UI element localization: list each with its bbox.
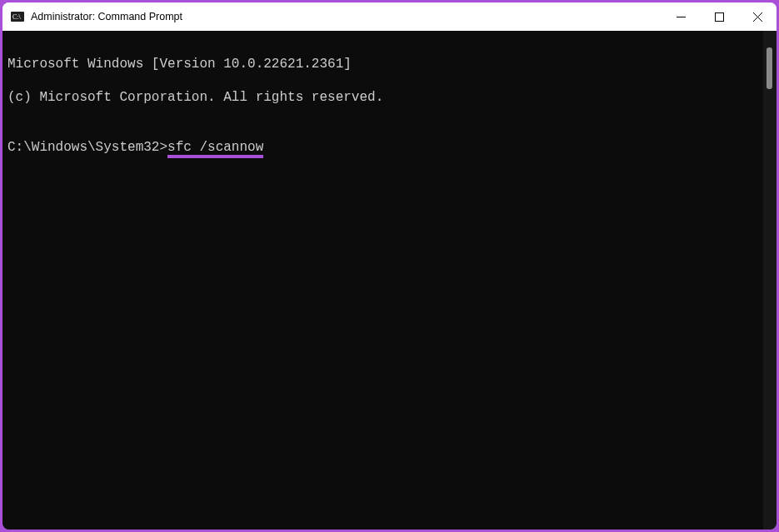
titlebar[interactable]: C:\ Administrator: Command Prompt — [2, 2, 777, 31]
console-prompt-line: C:\Windows\System32>sfc /scannow — [7, 139, 763, 156]
window-title: Administrator: Command Prompt — [31, 11, 182, 22]
minimize-button[interactable] — [662, 2, 700, 31]
svg-rect-3 — [715, 12, 723, 21]
svg-rect-2 — [677, 17, 686, 17]
prompt-path: C:\Windows\System32> — [7, 140, 167, 155]
console-output[interactable]: Microsoft Windows [Version 10.0.22621.23… — [2, 31, 763, 530]
close-button[interactable] — [738, 2, 777, 31]
command-prompt-window: C:\ Administrator: Command Prompt Micros… — [2, 2, 777, 530]
svg-text:C:\: C:\ — [12, 13, 22, 21]
console-line-copyright: (c) Microsoft Corporation. All rights re… — [7, 89, 763, 106]
console-line-version: Microsoft Windows [Version 10.0.22621.23… — [7, 56, 763, 72]
vertical-scrollbar[interactable] — [763, 31, 777, 530]
client-area: Microsoft Windows [Version 10.0.22621.23… — [2, 31, 777, 530]
scrollbar-thumb[interactable] — [767, 47, 772, 89]
typed-command: sfc /scannow — [167, 140, 263, 158]
cmd-icon: C:\ — [11, 10, 24, 23]
maximize-button[interactable] — [700, 2, 738, 31]
